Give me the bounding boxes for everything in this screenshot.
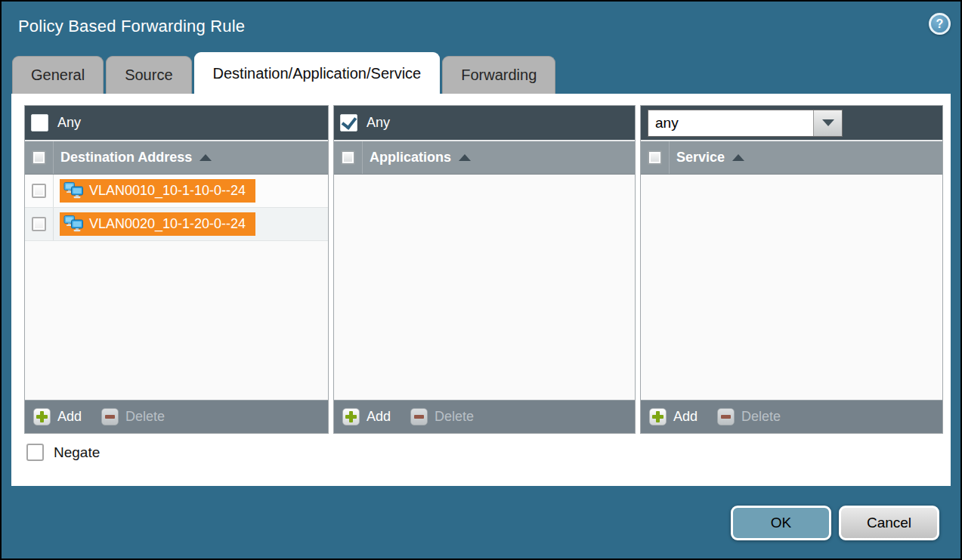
page-title: Policy Based Forwarding Rule	[18, 17, 245, 36]
table-row[interactable]: VLAN0020_10-1-20-0--24	[25, 208, 328, 241]
service-footer: Add Delete	[641, 400, 942, 433]
negate-row: Negate	[26, 444, 100, 461]
network-address-icon	[63, 215, 84, 234]
tab-source[interactable]: Source	[106, 56, 191, 94]
row-checkbox[interactable]	[32, 184, 46, 198]
service-delete-button[interactable]: Delete	[717, 408, 781, 425]
destination-delete-button[interactable]: Delete	[101, 408, 165, 425]
applications-column: Any Applications Add Delete	[333, 105, 636, 434]
applications-column-header[interactable]: Applications	[363, 150, 451, 166]
chevron-down-icon	[822, 119, 834, 126]
applications-add-button[interactable]: Add	[342, 408, 391, 425]
service-dropdown-row: any	[641, 106, 942, 140]
delete-icon	[101, 408, 119, 425]
add-icon	[33, 408, 51, 425]
service-select-all-checkbox[interactable]	[648, 150, 662, 165]
applications-any-checkbox[interactable]	[340, 114, 357, 131]
service-column: any Service Add D	[640, 105, 943, 434]
sort-ascending-icon	[732, 154, 744, 161]
destination-footer: Add Delete	[25, 400, 328, 433]
delete-button-label: Delete	[125, 409, 165, 425]
tab-destination-application-service[interactable]: Destination/Application/Service	[194, 52, 441, 94]
applications-delete-button[interactable]: Delete	[410, 408, 474, 425]
service-type-dropdown-button[interactable]	[813, 110, 842, 136]
tab-bar: General Source Destination/Application/S…	[12, 52, 555, 94]
service-header-row: Service	[641, 140, 942, 175]
cancel-button[interactable]: Cancel	[839, 506, 939, 540]
applications-footer: Add Delete	[334, 400, 635, 433]
delete-button-label: Delete	[435, 409, 474, 425]
sort-ascending-icon	[459, 154, 471, 161]
applications-any-row: Any	[334, 106, 635, 140]
address-tag-label: VLAN0010_10-1-10-0--24	[89, 183, 246, 199]
applications-select-all-checkbox[interactable]	[341, 150, 355, 165]
service-add-button[interactable]: Add	[649, 408, 698, 425]
destination-list: VLAN0010_10-1-10-0--24 VLAN0020_10-1-20-…	[25, 175, 328, 400]
dialog-buttons: OK Cancel	[731, 506, 939, 540]
destination-add-button[interactable]: Add	[33, 408, 82, 425]
destination-any-label: Any	[57, 115, 81, 131]
applications-header-row: Applications	[334, 140, 635, 175]
destination-select-all-checkbox[interactable]	[32, 150, 46, 165]
dialog-titlebar: Policy Based Forwarding Rule	[2, 2, 960, 51]
tab-general[interactable]: General	[12, 56, 104, 94]
add-button-label: Add	[57, 409, 82, 425]
divider	[53, 208, 54, 240]
divider	[53, 175, 54, 207]
service-type-dropdown-value[interactable]: any	[648, 110, 813, 136]
add-icon	[342, 408, 360, 425]
add-button-label: Add	[367, 409, 391, 425]
help-icon[interactable]: ?	[929, 13, 951, 35]
table-row[interactable]: VLAN0010_10-1-10-0--24	[25, 175, 328, 208]
applications-any-label: Any	[367, 115, 390, 131]
delete-button-label: Delete	[741, 409, 781, 425]
tab-forwarding[interactable]: Forwarding	[442, 56, 555, 94]
network-address-icon	[63, 181, 84, 200]
negate-label: Negate	[54, 444, 100, 461]
address-tag[interactable]: VLAN0020_10-1-20-0--24	[60, 212, 255, 236]
destination-address-column: Any Destination Address VLA	[24, 105, 329, 434]
columns-container: Any Destination Address VLA	[24, 105, 943, 434]
applications-list	[334, 175, 635, 400]
service-type-dropdown[interactable]: any	[648, 110, 843, 137]
address-tag-label: VLAN0020_10-1-20-0--24	[89, 216, 246, 232]
destination-any-checkbox[interactable]	[31, 114, 48, 131]
destination-any-row: Any	[25, 106, 328, 140]
add-icon	[649, 408, 667, 425]
service-column-header[interactable]: Service	[670, 150, 725, 166]
address-tag[interactable]: VLAN0010_10-1-10-0--24	[60, 179, 255, 203]
negate-checkbox[interactable]	[26, 444, 44, 461]
delete-icon	[717, 408, 735, 425]
destination-address-header-row: Destination Address	[25, 140, 328, 175]
ok-button[interactable]: OK	[731, 506, 831, 540]
delete-icon	[410, 408, 428, 425]
sort-ascending-icon	[200, 154, 212, 161]
service-list	[641, 175, 942, 400]
destination-address-column-header[interactable]: Destination Address	[54, 150, 192, 166]
row-checkbox[interactable]	[32, 217, 46, 231]
tab-content-panel: Any Destination Address VLA	[11, 94, 951, 486]
add-button-label: Add	[673, 409, 698, 425]
